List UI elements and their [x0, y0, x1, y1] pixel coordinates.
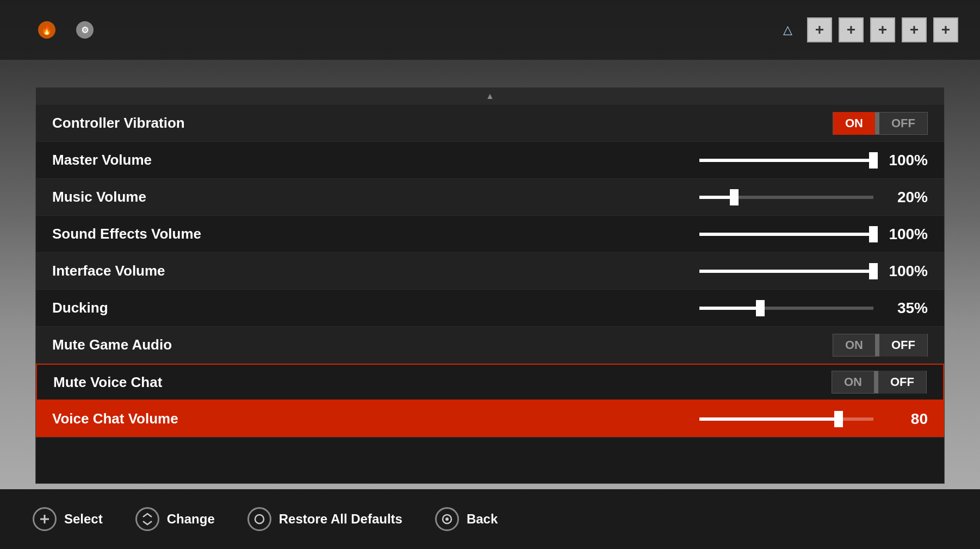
setting-control-voice-chat-volume: 80	[699, 410, 928, 428]
slider-value-voice-chat-volume: 80	[884, 410, 928, 428]
slider-container-voice-chat-volume: 80	[699, 410, 928, 428]
slider-thumb-voice-chat-volume[interactable]	[834, 411, 843, 427]
bottom-action-change[interactable]: Change	[135, 507, 215, 531]
svg-point-4	[445, 517, 449, 521]
slider-fill-music-volume	[699, 196, 734, 199]
toggle-divider-controller-vibration: |	[875, 113, 879, 134]
slider-track-sound-effects-volume[interactable]	[699, 233, 873, 236]
slider-fill-voice-chat-volume	[699, 417, 839, 421]
setting-label-mute-voice-chat: Mute Voice Chat	[53, 374, 271, 391]
settings-panel: Controller VibrationON | OFFMaster Volum…	[35, 87, 945, 484]
bottom-action-label-change: Change	[167, 511, 215, 527]
slider-thumb-master-volume[interactable]	[869, 152, 878, 169]
bottom-action-select[interactable]: Select	[33, 507, 103, 531]
setting-row-sound-effects-volume[interactable]: Sound Effects Volume100%	[36, 216, 944, 253]
slider-track-ducking[interactable]	[699, 307, 873, 310]
top-bar: 🔥 ⚙ + + + + +	[0, 0, 980, 60]
plus-button-3[interactable]: +	[870, 17, 895, 42]
toggle-on-mute-game-audio[interactable]: ON	[833, 334, 875, 357]
svg-point-2	[255, 515, 264, 523]
bottom-bar: SelectChangeRestore All DefaultsBack	[0, 489, 980, 549]
select-icon	[33, 507, 57, 531]
setting-label-ducking: Ducking	[52, 300, 270, 316]
restore-icon	[247, 507, 271, 531]
plus-button-1[interactable]: +	[807, 17, 832, 42]
plus-button-2[interactable]: +	[839, 17, 864, 42]
slider-container-sound-effects-volume: 100%	[699, 226, 928, 243]
bottom-action-restore[interactable]: Restore All Defaults	[247, 507, 402, 531]
setting-control-ducking: 35%	[699, 300, 928, 317]
slider-container-master-volume: 100%	[699, 152, 928, 169]
setting-row-mute-voice-chat[interactable]: Mute Voice ChatON | OFF	[36, 364, 944, 401]
slider-value-ducking: 35%	[884, 300, 928, 317]
setting-row-controller-vibration[interactable]: Controller VibrationON | OFF	[36, 105, 944, 142]
currency-1-icon: 🔥	[38, 21, 55, 39]
toggle-off-mute-game-audio[interactable]: OFF	[879, 334, 927, 357]
setting-control-interface-volume: 100%	[699, 263, 928, 280]
slider-track-interface-volume[interactable]	[699, 270, 873, 273]
setting-label-controller-vibration: Controller Vibration	[52, 115, 270, 132]
toggle-off-controller-vibration[interactable]: OFF	[879, 112, 927, 135]
slider-value-interface-volume: 100%	[884, 263, 928, 280]
setting-control-mute-game-audio: ON | OFF	[833, 334, 928, 357]
toggle-controller-vibration[interactable]: ON | OFF	[833, 112, 928, 135]
setting-control-mute-voice-chat: ON | OFF	[832, 371, 927, 394]
currency-2-icon: ⚙	[76, 21, 94, 39]
slider-thumb-music-volume[interactable]	[730, 189, 739, 205]
plus-button-5[interactable]: +	[933, 17, 958, 42]
setting-control-master-volume: 100%	[699, 152, 928, 169]
triangle-icon	[780, 22, 795, 38]
slider-fill-interface-volume	[699, 270, 873, 273]
toggle-on-controller-vibration[interactable]: ON	[833, 112, 875, 135]
slider-track-voice-chat-volume[interactable]	[699, 417, 873, 421]
setting-row-interface-volume[interactable]: Interface Volume100%	[36, 253, 944, 290]
setting-control-sound-effects-volume: 100%	[699, 226, 928, 243]
slider-container-music-volume: 20%	[699, 189, 928, 206]
slider-value-sound-effects-volume: 100%	[884, 226, 928, 243]
settings-list: Controller VibrationON | OFFMaster Volum…	[36, 105, 944, 483]
bottom-action-label-restore: Restore All Defaults	[279, 511, 402, 527]
slider-track-music-volume[interactable]	[699, 196, 873, 199]
toggle-divider-mute-game-audio: |	[875, 334, 879, 356]
change-icon	[135, 507, 159, 531]
slider-fill-ducking	[699, 307, 760, 310]
setting-control-music-volume: 20%	[699, 189, 928, 206]
bottom-action-label-back: Back	[467, 511, 498, 527]
slider-container-interface-volume: 100%	[699, 263, 928, 280]
slider-container-ducking: 35%	[699, 300, 928, 317]
setting-label-interface-volume: Interface Volume	[52, 263, 270, 279]
bottom-action-back[interactable]: Back	[435, 507, 498, 531]
slider-value-music-volume: 20%	[884, 189, 928, 206]
setting-row-music-volume[interactable]: Music Volume20%	[36, 179, 944, 216]
plus-button-4[interactable]: +	[902, 17, 927, 42]
setting-label-master-volume: Master Volume	[52, 152, 270, 169]
back-icon	[435, 507, 459, 531]
setting-label-mute-game-audio: Mute Game Audio	[52, 336, 270, 353]
slider-value-master-volume: 100%	[884, 152, 928, 169]
toggle-mute-game-audio[interactable]: ON | OFF	[833, 334, 928, 357]
slider-thumb-ducking[interactable]	[756, 300, 765, 316]
setting-control-controller-vibration: ON | OFF	[833, 112, 928, 135]
slider-thumb-interface-volume[interactable]	[869, 263, 878, 279]
slider-track-master-volume[interactable]	[699, 159, 873, 162]
setting-row-master-volume[interactable]: Master Volume100%	[36, 142, 944, 179]
slider-fill-master-volume	[699, 159, 873, 162]
setting-row-mute-game-audio[interactable]: Mute Game AudioON | OFF	[36, 327, 944, 364]
slider-fill-sound-effects-volume	[699, 233, 873, 236]
top-right-area: + + + + +	[780, 17, 958, 42]
setting-label-sound-effects-volume: Sound Effects Volume	[52, 226, 270, 242]
currency-2: ⚙	[76, 21, 98, 39]
toggle-off-mute-voice-chat[interactable]: OFF	[878, 371, 926, 394]
setting-label-music-volume: Music Volume	[52, 189, 270, 205]
toggle-on-mute-voice-chat[interactable]: ON	[832, 371, 874, 394]
setting-row-ducking[interactable]: Ducking35%	[36, 290, 944, 327]
scroll-up-indicator[interactable]	[36, 88, 944, 105]
setting-row-voice-chat-volume[interactable]: Voice Chat Volume80	[36, 401, 944, 438]
toggle-mute-voice-chat[interactable]: ON | OFF	[832, 371, 927, 394]
team-area	[780, 22, 801, 38]
slider-thumb-sound-effects-volume[interactable]	[869, 226, 878, 242]
setting-label-voice-chat-volume: Voice Chat Volume	[52, 410, 270, 427]
bottom-action-label-select: Select	[64, 511, 103, 527]
currency-1: 🔥	[38, 21, 60, 39]
toggle-divider-mute-voice-chat: |	[874, 371, 878, 393]
